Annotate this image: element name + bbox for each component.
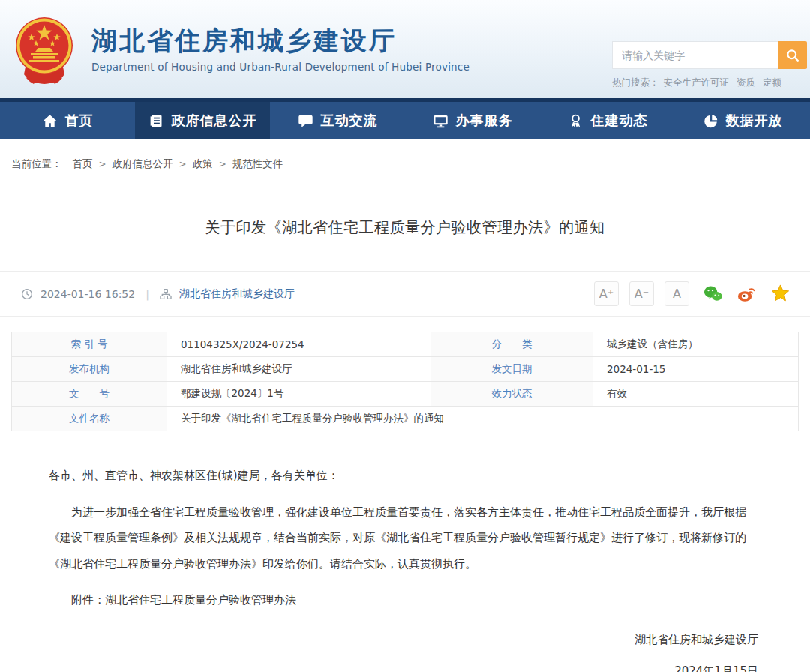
breadcrumb: 当前位置：首页>政府信息公开>政策>规范性文件 bbox=[0, 140, 810, 171]
nav-item-open-data[interactable]: 数据开放 bbox=[675, 102, 810, 140]
favorite-star-icon[interactable] bbox=[770, 284, 790, 304]
article-meta-bar: 2024-01-16 16:52 | 湖北省住房和城乡建设厅 A⁺ A⁻ A bbox=[0, 271, 810, 316]
document-icon bbox=[148, 113, 164, 129]
weibo-icon[interactable] bbox=[736, 284, 757, 304]
hot-search-link[interactable]: 资质 bbox=[736, 76, 755, 88]
pie-chart-icon bbox=[703, 113, 718, 129]
attachment-line: 附件：湖北省住宅工程质量分户验收管理办法 bbox=[49, 587, 761, 614]
main-nav: 首页 政府信息公开 互动交流 办事服务 住建动态 数据开放 bbox=[0, 102, 810, 140]
source-link[interactable]: 湖北省住房和城乡建设厅 bbox=[179, 287, 295, 301]
search-input[interactable] bbox=[612, 41, 778, 69]
font-reset-button[interactable]: A bbox=[664, 281, 689, 306]
breadcrumb-link-normative-docs[interactable]: 规范性文件 bbox=[232, 158, 284, 170]
chat-bubble-icon bbox=[298, 113, 314, 129]
info-label-index-number: 索 引 号 bbox=[12, 332, 167, 357]
info-label-category: 分 类 bbox=[431, 332, 593, 357]
breadcrumb-link-policy[interactable]: 政策 bbox=[193, 158, 213, 170]
monitor-icon bbox=[433, 113, 448, 129]
site-header: 湖北省住房和城乡建设厅 Department of Housing and Ur… bbox=[0, 0, 810, 98]
hot-search-link[interactable]: 安全生产许可证 bbox=[664, 76, 730, 88]
nav-item-gov-info[interactable]: 政府信息公开 bbox=[135, 102, 270, 140]
badge-icon bbox=[568, 113, 584, 129]
site-subtitle: Department of Housing and Urban-Rural De… bbox=[92, 61, 470, 73]
info-value-category: 城乡建设（含住房） bbox=[593, 332, 799, 357]
masthead: 湖北省住房和城乡建设厅 Department of Housing and Ur… bbox=[92, 26, 470, 73]
signature-agency: 湖北省住房和城乡建设厅 bbox=[49, 624, 758, 656]
font-increase-button[interactable]: A⁺ bbox=[594, 281, 619, 306]
home-icon bbox=[42, 113, 58, 129]
info-label-issue-date: 发文日期 bbox=[431, 357, 593, 382]
nav-item-label: 数据开放 bbox=[726, 112, 783, 130]
breadcrumb-separator: > bbox=[219, 159, 226, 170]
breadcrumb-link-gov-info[interactable]: 政府信息公开 bbox=[112, 158, 173, 170]
body-paragraph: 为进一步加强全省住宅工程质量验收管理，强化建设单位工程质量首要责任，落实各方主体… bbox=[49, 500, 761, 578]
signature-date: 2024年1月15日 bbox=[49, 656, 758, 672]
info-label-doc-number: 文 号 bbox=[12, 382, 167, 406]
organization-icon bbox=[160, 288, 172, 300]
search-button[interactable] bbox=[778, 41, 807, 69]
nav-item-label: 住建动态 bbox=[591, 112, 648, 130]
nav-item-services[interactable]: 办事服务 bbox=[405, 102, 540, 140]
nav-item-label: 办事服务 bbox=[456, 112, 513, 130]
clock-icon bbox=[21, 288, 33, 300]
nav-item-interaction[interactable]: 互动交流 bbox=[270, 102, 405, 140]
info-label-issuing-agency: 发布机构 bbox=[12, 357, 167, 382]
national-emblem-logo bbox=[14, 16, 75, 85]
meta-separator: | bbox=[146, 288, 149, 300]
publish-datetime: 2024-01-16 16:52 bbox=[40, 288, 135, 300]
wechat-icon[interactable] bbox=[703, 284, 723, 304]
signature-block: 湖北省住房和城乡建设厅 2024年1月15日 bbox=[49, 624, 761, 672]
salutation: 各市、州、直管市、神农架林区住(城)建局，各有关单位： bbox=[49, 463, 761, 489]
font-decrease-button[interactable]: A⁻ bbox=[629, 281, 654, 306]
document-info-table: 索 引 号 01104325X/2024-07254 分 类 城乡建设（含住房）… bbox=[11, 332, 799, 431]
article-title: 关于印发《湖北省住宅工程质量分户验收管理办法》的通知 bbox=[0, 218, 810, 238]
breadcrumb-separator: > bbox=[99, 159, 106, 170]
nav-item-label: 政府信息公开 bbox=[172, 112, 257, 130]
breadcrumb-label: 当前位置： bbox=[11, 158, 62, 170]
document-body: 各市、州、直管市、神农架林区住(城)建局，各有关单位： 为进一步加强全省住宅工程… bbox=[49, 463, 761, 672]
info-value-index-number: 01104325X/2024-07254 bbox=[167, 332, 431, 357]
info-value-validity-status: 有效 bbox=[593, 382, 799, 406]
info-value-issue-date: 2024-01-15 bbox=[593, 357, 799, 382]
info-value-issuing-agency: 湖北省住房和城乡建设厅 bbox=[167, 357, 431, 382]
search-zone: 热门搜索：安全生产许可证资质定额 bbox=[612, 41, 808, 89]
nav-item-home[interactable]: 首页 bbox=[0, 102, 135, 140]
site-title: 湖北省住房和城乡建设厅 bbox=[92, 26, 470, 56]
info-label-validity-status: 效力状态 bbox=[431, 382, 593, 406]
breadcrumb-link-home[interactable]: 首页 bbox=[73, 158, 93, 170]
nav-item-label: 首页 bbox=[65, 112, 94, 130]
hot-search-label: 热门搜索： bbox=[612, 76, 659, 88]
hot-search-bar: 热门搜索：安全生产许可证资质定额 bbox=[612, 76, 808, 89]
info-label-doc-title: 文件名称 bbox=[12, 406, 167, 431]
nav-item-label: 互动交流 bbox=[321, 112, 378, 130]
search-icon bbox=[785, 48, 800, 63]
hot-search-link[interactable]: 定额 bbox=[763, 76, 782, 88]
info-value-doc-title: 关于印发《湖北省住宅工程质量分户验收管理办法》的通知 bbox=[167, 406, 799, 431]
breadcrumb-separator: > bbox=[179, 159, 187, 170]
nav-item-news[interactable]: 住建动态 bbox=[540, 102, 675, 140]
info-value-doc-number: 鄂建设规〔2024〕1号 bbox=[167, 382, 431, 406]
